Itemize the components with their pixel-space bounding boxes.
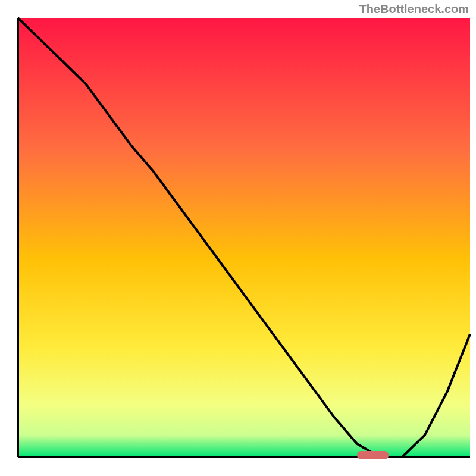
bottleneck-chart: TheBottleneck.com [0,0,476,476]
watermark-text: TheBottleneck.com [359,2,469,16]
chart-svg [0,0,476,476]
optimal-marker [357,451,389,459]
